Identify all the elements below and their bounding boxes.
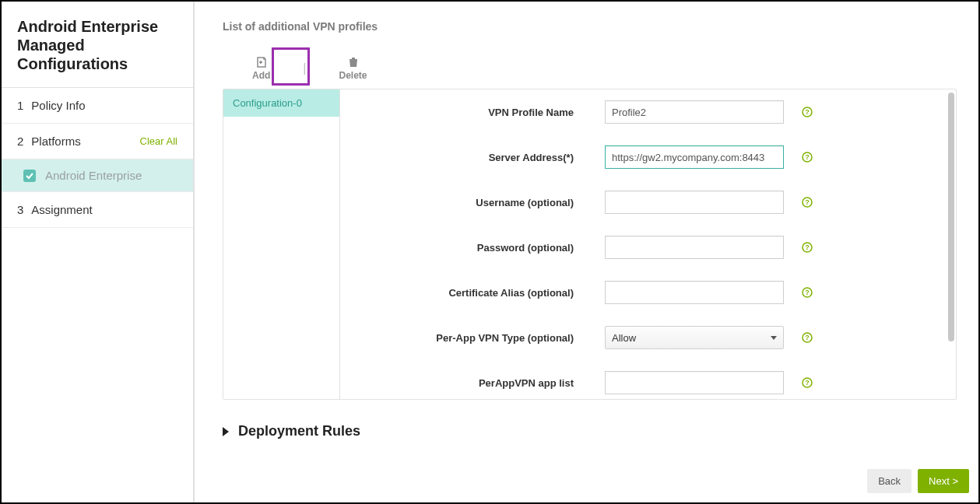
help-icon[interactable]: ? xyxy=(801,331,813,344)
label-vpn-name: VPN Profile Name xyxy=(371,107,605,118)
label-perapp-list: PerAppVPN app list xyxy=(371,377,605,389)
svg-text:?: ? xyxy=(805,379,810,387)
config-list: Configuration-0 xyxy=(223,89,340,399)
next-button[interactable]: Next > xyxy=(918,469,969,493)
label-perapp-type: Per-App VPN Type (optional) xyxy=(371,332,605,344)
svg-text:?: ? xyxy=(805,198,810,206)
back-button[interactable]: Back xyxy=(867,469,912,493)
label-cert-alias: Certificate Alias (optional) xyxy=(371,287,605,299)
substep-label: Android Enterprise xyxy=(45,169,142,182)
help-icon[interactable]: ? xyxy=(801,151,813,163)
add-icon xyxy=(255,56,268,68)
step-assignment[interactable]: 3 Assignment xyxy=(2,192,193,228)
toolbar-separator: | xyxy=(300,61,309,75)
step-label: Policy Info xyxy=(31,99,85,112)
step-number: 3 xyxy=(17,203,23,216)
input-vpn-name[interactable] xyxy=(605,100,784,124)
row-perapp-list: PerAppVPN app list ? xyxy=(371,371,925,394)
input-password[interactable] xyxy=(605,236,784,259)
main-content: List of additional VPN profiles Add | De… xyxy=(195,2,978,502)
deployment-rules-toggle[interactable]: Deployment Rules xyxy=(223,423,957,439)
input-cert-alias[interactable] xyxy=(605,281,784,304)
section-title: List of additional VPN profiles xyxy=(223,20,957,33)
row-vpn-name: VPN Profile Name ? xyxy=(371,100,925,124)
page-title: Android Enterprise Managed Configuration… xyxy=(2,2,193,88)
delete-button[interactable]: Delete xyxy=(332,53,373,84)
row-perapp-type: Per-App VPN Type (optional) Allow ? xyxy=(371,326,925,349)
sidebar: Android Enterprise Managed Configuration… xyxy=(2,2,195,502)
input-username[interactable] xyxy=(605,191,784,214)
chevron-down-icon xyxy=(771,336,777,340)
triangle-right-icon xyxy=(223,427,229,436)
step-policy-info[interactable]: 1 Policy Info xyxy=(2,88,193,124)
help-icon[interactable]: ? xyxy=(801,196,813,208)
step-platforms[interactable]: 2 Platforms Clear All xyxy=(2,124,193,159)
label-password: Password (optional) xyxy=(371,242,605,254)
deployment-rules-label: Deployment Rules xyxy=(238,423,360,439)
help-icon[interactable]: ? xyxy=(801,286,813,299)
config-item-0[interactable]: Configuration-0 xyxy=(223,89,339,117)
svg-text:?: ? xyxy=(805,289,810,296)
footer: Back Next > xyxy=(867,469,969,493)
row-password: Password (optional) ? xyxy=(371,236,925,259)
row-server-address: Server Address(*) ? xyxy=(371,145,925,169)
dropdown-value: Allow xyxy=(612,332,636,344)
help-icon[interactable]: ? xyxy=(801,376,813,389)
svg-text:?: ? xyxy=(805,153,810,161)
add-button[interactable]: Add xyxy=(246,53,276,84)
input-perapp-list[interactable] xyxy=(605,371,784,394)
svg-text:?: ? xyxy=(805,243,810,251)
help-icon[interactable]: ? xyxy=(801,241,813,254)
check-icon xyxy=(23,170,36,182)
row-username: Username (optional) ? xyxy=(371,191,925,214)
label-username: Username (optional) xyxy=(371,197,605,208)
scrollbar[interactable] xyxy=(948,93,954,341)
step-label: Platforms xyxy=(31,135,80,148)
step-number: 2 xyxy=(17,135,23,148)
svg-text:?: ? xyxy=(805,334,810,341)
row-cert-alias: Certificate Alias (optional) ? xyxy=(371,281,925,304)
step-number: 1 xyxy=(17,99,23,112)
step-label: Assignment xyxy=(31,203,92,216)
label-server-address: Server Address(*) xyxy=(371,152,605,163)
trash-icon xyxy=(347,56,360,68)
substep-android-enterprise[interactable]: Android Enterprise xyxy=(2,159,193,192)
config-panel: Configuration-0 VPN Profile Name ? Serve… xyxy=(223,89,957,400)
help-icon[interactable]: ? xyxy=(801,106,813,118)
input-server-address[interactable] xyxy=(605,145,784,169)
svg-text:?: ? xyxy=(805,108,810,116)
form-area: VPN Profile Name ? Server Address(*) ? U… xyxy=(340,89,956,399)
dropdown-perapp-type[interactable]: Allow xyxy=(605,326,784,349)
clear-all-link[interactable]: Clear All xyxy=(140,135,177,147)
toolbar: Add | Delete xyxy=(223,53,957,84)
